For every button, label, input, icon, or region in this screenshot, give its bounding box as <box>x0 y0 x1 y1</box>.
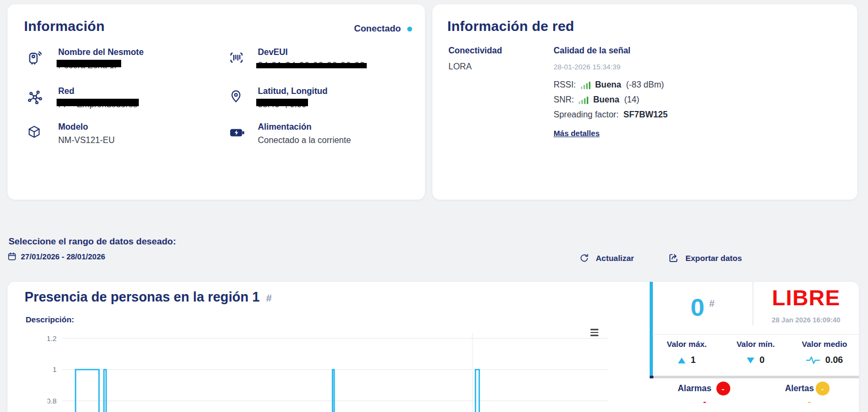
redaction-bar: Pecera Zona 1F <box>58 61 120 70</box>
range-heading: Seleccione el rango de datos deseado: <box>9 236 176 247</box>
signal-bars-icon <box>581 81 590 89</box>
field-label: Modelo <box>58 122 115 132</box>
chart-menu-icon[interactable] <box>590 327 602 338</box>
stat-max-value: 1 <box>691 355 696 366</box>
presence-chart-plot[interactable]: 1.210.8 <box>48 326 624 412</box>
alerts-badge: - <box>816 382 830 395</box>
alarms-label: Alarmas <box>677 384 711 393</box>
field-network: Red FP - Emprendedores <box>27 86 137 109</box>
stat-mean-value: 0.06 <box>825 355 843 366</box>
alarms-value: - <box>694 397 715 407</box>
signal-bars-icon <box>579 96 588 104</box>
field-value: NM-VS121-EU <box>58 136 115 145</box>
svg-text:0.8: 0.8 <box>48 397 57 405</box>
stat-mean: Valor medio 0.06 <box>790 339 859 366</box>
rssi-quality: Buena <box>595 80 621 90</box>
divider-tip <box>650 376 653 378</box>
refresh-icon <box>579 253 589 263</box>
device-info-title: Información <box>24 18 105 35</box>
refresh-button[interactable]: Actualizar <box>579 253 634 263</box>
field-value-redacted: FP - Emprendedores <box>58 100 137 109</box>
panel-thick-divider <box>650 376 859 378</box>
rssi-row: RSSI: Buena (-83 dBm) <box>554 80 664 90</box>
alarms-row: Alarmas - <box>652 380 755 397</box>
stat-max: Valor máx. 1 <box>652 339 721 366</box>
alerts-label: Alertas <box>785 384 814 393</box>
power-battery-icon <box>228 124 244 140</box>
date-range-value: 27/01/2026 - 28/01/2026 <box>21 252 105 261</box>
dashboard-page: Información Conectado Nombre del Nesmote… <box>0 0 868 412</box>
field-lat-long: Latitud, Longitud 38.46° , 0.00 <box>228 86 328 109</box>
device-info-card: Información Conectado Nombre del Nesmote… <box>7 4 425 200</box>
chart-title: Presencia de personas en la región 1 <box>25 289 259 305</box>
field-value-redacted: Pecera Zona 1F <box>58 61 144 70</box>
field-value-redacted: 38.46° , 0.00 <box>258 100 328 109</box>
field-label: Latitud, Longitud <box>258 86 328 96</box>
signal-quality-label: Calidad de la señal <box>554 46 630 56</box>
calendar-icon <box>7 252 17 261</box>
field-model: Modelo NM-VS121-EU <box>27 122 115 145</box>
min-triangle-icon <box>747 358 754 363</box>
location-pin-icon <box>228 89 244 105</box>
field-value-redacted: 24 01 24 00 00 00 00 02 <box>258 61 365 70</box>
date-range-picker[interactable]: 27/01/2026 - 28/01/2026 <box>7 252 105 261</box>
current-unit: # <box>709 298 715 310</box>
svg-text:1.2: 1.2 <box>48 335 57 343</box>
refresh-label: Actualizar <box>596 253 634 263</box>
network-info-title: Información de red <box>447 18 574 35</box>
field-device-name: Nombre del Nesmote Pecera Zona 1F <box>27 47 144 70</box>
export-label: Exportar datos <box>685 253 742 263</box>
field-value: Conectado a la corriente <box>258 136 351 145</box>
field-power: Alimentación Conectado a la corriente <box>228 122 351 145</box>
stat-max-label: Valor máx. <box>652 339 721 348</box>
connectivity-label: Conectividad <box>448 46 502 56</box>
current-value-block: 0 # <box>652 286 753 334</box>
spreading-factor-row: Spreading factor: SF7BW125 <box>554 110 668 120</box>
stats-row: Valor máx. 1 Valor mín. 0 Valor medio <box>652 339 859 366</box>
chart-description-label: Descripción: <box>26 315 74 324</box>
state-block: LIBRE 28 Jan 2026 16:09:40 <box>753 287 859 324</box>
more-details-link[interactable]: Más detalles <box>554 129 599 138</box>
field-label: Alimentación <box>258 122 351 132</box>
snr-label: SNR: <box>554 95 574 105</box>
redaction-bar: 24 01 24 00 00 00 00 02 <box>258 61 365 70</box>
export-data-button[interactable]: Exportar datos <box>668 252 742 264</box>
snr-quality: Buena <box>593 95 619 105</box>
redaction-bar: FP - Emprendedores <box>58 100 137 109</box>
max-triangle-icon <box>678 358 685 363</box>
stat-min-label: Valor mín. <box>721 339 790 348</box>
spreading-value: SF7BW125 <box>624 110 668 120</box>
field-label: Red <box>58 86 137 96</box>
redaction-bar: 38.46° , 0.00 <box>258 100 306 109</box>
stat-mean-label: Valor medio <box>790 339 859 348</box>
alerts-value: - <box>799 397 820 407</box>
stat-min: Valor mín. 0 <box>721 339 790 366</box>
deveui-barcode-icon <box>228 50 244 66</box>
stat-min-value: 0 <box>760 355 764 366</box>
chart-unit-hash: # <box>266 292 272 304</box>
field-deveui: DevEUI 24 01 24 00 00 00 00 02 <box>228 47 365 70</box>
rssi-detail: (-83 dBm) <box>626 80 664 90</box>
model-box-icon <box>27 124 43 140</box>
network-info-card: Información de red Conectividad LORA Cal… <box>432 4 857 200</box>
pulse-icon <box>806 355 820 365</box>
signal-timestamp: 28-01-2026 15:34:39 <box>554 63 620 71</box>
state-timestamp: 28 Jan 2026 16:09:40 <box>753 316 859 324</box>
connectivity-value: LORA <box>448 62 472 72</box>
connection-status: Conectado <box>354 23 412 34</box>
chart-title-row: Presencia de personas en la región 1 # <box>25 289 272 305</box>
alarms-badge: - <box>716 382 730 395</box>
current-value: 0 <box>690 295 704 320</box>
state-label: LIBRE <box>753 287 859 309</box>
field-label: Nombre del Nesmote <box>58 47 144 57</box>
alerts-row: Alertas - <box>755 380 859 397</box>
snr-row: SNR: Buena (14) <box>554 95 640 105</box>
spreading-label: Spreading factor: <box>554 110 619 120</box>
connection-status-label: Conectado <box>354 23 401 34</box>
export-icon <box>668 252 679 264</box>
rssi-label: RSSI: <box>554 80 576 90</box>
network-icon <box>27 89 43 105</box>
snr-detail: (14) <box>624 95 639 105</box>
nesmote-device-icon <box>27 50 43 66</box>
status-dot-icon <box>407 27 412 31</box>
